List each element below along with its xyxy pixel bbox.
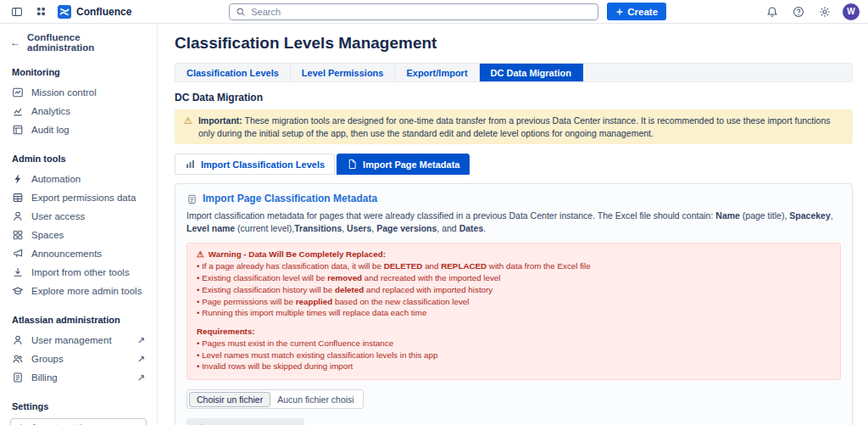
search-input[interactable] <box>251 7 592 17</box>
audit-log-icon <box>12 124 24 136</box>
file-status-text: Aucun fichier choisi <box>277 394 353 405</box>
sidebar-item-user-management[interactable]: User management ↗ <box>10 331 147 350</box>
warning-bullet: • Page permissions will be reapplied bas… <box>197 297 831 308</box>
help-icon[interactable] <box>790 3 807 20</box>
avatar-initial: W <box>847 7 854 16</box>
global-search[interactable] <box>229 3 598 20</box>
announcements-icon <box>12 248 24 260</box>
sidebar-heading-monitoring: Monitoring <box>12 67 147 77</box>
top-navigation-bar: Confluence Create W <box>0 0 868 24</box>
import-subtabs: Import Classification Levels Import Page… <box>175 154 853 175</box>
important-label: Important: <box>198 115 242 126</box>
app-grid-icon[interactable] <box>32 3 49 20</box>
panel-heading: Import Page Classification Metadata <box>186 193 841 204</box>
groups-icon <box>12 353 24 365</box>
plus-icon <box>615 8 624 16</box>
warning-bullet: • If a page already has classification d… <box>197 261 831 272</box>
app-name: Confluence <box>76 6 131 18</box>
requirement-bullet: • Invalid rows will be skipped during im… <box>197 361 831 372</box>
sidebar-item-mission-control[interactable]: Mission control <box>10 83 147 102</box>
sidebar-item-analytics[interactable]: Analytics <box>10 102 147 120</box>
confluence-home-link[interactable]: Confluence <box>58 5 131 19</box>
user-icon <box>12 334 24 346</box>
sidebar-item-spaces[interactable]: Spaces <box>10 226 147 244</box>
file-input[interactable]: Choisir un fichier Aucun fichier choisi <box>186 389 364 409</box>
import-description: Import classification metadata for pages… <box>186 210 841 234</box>
admin-sidebar: ← Confluence administration Monitoring M… <box>0 24 158 425</box>
back-to-admin-link[interactable]: ← Confluence administration <box>10 32 147 53</box>
warning-bullet: • Existing classification level will be … <box>197 273 831 284</box>
document-icon <box>347 159 358 170</box>
sidebar-item-audit-log[interactable]: Audit log <box>10 120 147 139</box>
external-link-icon: ↗ <box>137 335 145 346</box>
sidebar-toggle-icon[interactable] <box>8 3 25 20</box>
avatar[interactable]: W <box>843 3 860 20</box>
requirement-bullet: • Pages must exist in the current Conflu… <box>197 338 831 350</box>
sidebar-item-automation[interactable]: Automation <box>10 170 147 188</box>
warning-icon <box>184 115 192 139</box>
sidebar-heading-admin-tools: Admin tools <box>12 154 147 164</box>
spaces-icon <box>12 229 24 241</box>
automation-icon <box>12 173 24 185</box>
mission-control-icon <box>12 87 24 98</box>
sidebar-item-groups[interactable]: Groups ↗ <box>10 350 147 368</box>
preview-validate-button[interactable]: Preview & Validate <box>186 418 304 425</box>
user-access-icon <box>12 210 24 222</box>
sidebar-item-import-from-other-tools[interactable]: Import from other tools <box>10 263 147 282</box>
warning-icon <box>197 249 204 260</box>
warning-bullet: • Running this import multiple times wil… <box>197 308 831 319</box>
requirement-bullet: • Level names must match existing classi… <box>197 350 831 361</box>
subtab-import-classification-levels[interactable]: Import Classification Levels <box>175 154 335 175</box>
export-permissions-icon <box>12 192 24 204</box>
sidebar-item-explore-more-admin-tools[interactable]: Explore more admin tools <box>10 282 147 300</box>
analytics-icon <box>12 105 24 117</box>
billing-icon <box>12 372 24 383</box>
subtab-import-page-metadata[interactable]: Import Page Metadata <box>337 154 470 175</box>
gear-icon[interactable] <box>816 3 833 20</box>
clipboard-icon <box>186 193 198 204</box>
important-banner: Important: These migration tools are des… <box>175 109 853 144</box>
main-content: Classification Levels Management Classif… <box>158 24 868 425</box>
tab-bar: Classification Levels Level Permissions … <box>175 63 853 82</box>
important-banner-text: Important: These migration tools are des… <box>198 115 843 139</box>
create-button[interactable]: Create <box>607 3 666 20</box>
sidebar-item-export-permissions-data[interactable]: Export permissions data <box>10 188 147 207</box>
back-label: Confluence administration <box>27 32 147 53</box>
explore-icon <box>12 285 24 297</box>
import-page-metadata-panel: Import Page Classification Metadata Impo… <box>175 183 853 425</box>
sidebar-item-user-access[interactable]: User access <box>10 207 147 226</box>
page-title: Classification Levels Management <box>175 34 853 53</box>
sidebar-heading-atlassian-administration: Atlassian administration <box>12 315 147 325</box>
choose-file-button[interactable]: Choisir un fichier <box>189 392 270 407</box>
sidebar-heading-settings: Settings <box>12 401 147 411</box>
warning-box: Warning - Data Will Be Completely Replac… <box>186 243 841 380</box>
warning-box-title: Warning - Data Will Be Completely Replac… <box>197 249 831 260</box>
jump-to-setting-search[interactable] <box>10 418 147 425</box>
external-link-icon: ↗ <box>137 354 145 365</box>
bell-icon[interactable] <box>764 3 781 20</box>
bar-chart-icon <box>185 159 196 170</box>
import-icon <box>12 266 24 278</box>
sidebar-item-billing[interactable]: Billing ↗ <box>10 368 147 387</box>
create-label: Create <box>627 7 658 17</box>
external-link-icon: ↗ <box>137 372 145 383</box>
section-title: DC Data Migration <box>175 92 853 103</box>
search-icon <box>236 7 246 17</box>
requirements-title: Requirements: <box>197 327 831 338</box>
tab-export-import[interactable]: Export/Import <box>395 64 479 81</box>
confluence-logo-icon <box>58 5 71 19</box>
back-arrow-icon: ← <box>10 36 20 48</box>
tab-classification-levels[interactable]: Classification Levels <box>175 64 291 81</box>
sidebar-item-announcements[interactable]: Announcements <box>10 244 147 263</box>
tab-dc-data-migration[interactable]: DC Data Migration <box>480 64 583 81</box>
tab-level-permissions[interactable]: Level Permissions <box>291 64 396 81</box>
warning-bullet: • Existing classification history will b… <box>197 285 831 296</box>
